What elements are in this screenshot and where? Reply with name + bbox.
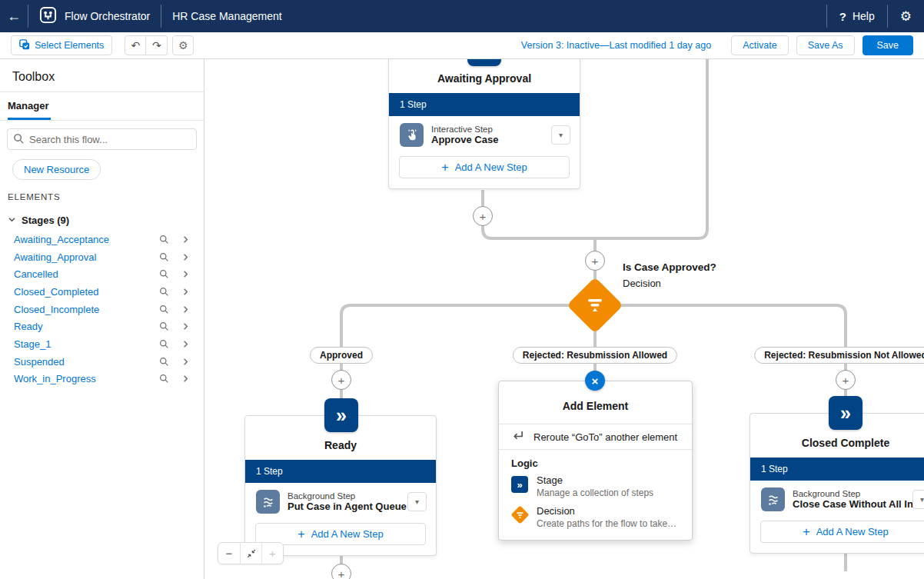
step-actions-dropdown[interactable]: ▾ bbox=[407, 492, 427, 511]
step-type-label: Interactive Step bbox=[431, 125, 543, 134]
select-elements-label: Select Elements bbox=[35, 40, 104, 51]
toolbox-sidebar: Toolbox Manager New Resource ELEMENTS St… bbox=[0, 59, 204, 579]
plus-icon: + bbox=[297, 527, 304, 541]
help-button[interactable]: ? Help bbox=[827, 0, 887, 32]
chevron-right-icon[interactable] bbox=[174, 305, 196, 314]
new-resource-button[interactable]: New Resource bbox=[12, 159, 101, 180]
add-element-connector-button[interactable]: + bbox=[331, 370, 351, 390]
stage-link[interactable]: Ready bbox=[14, 321, 153, 332]
stage-link[interactable]: Awaiting_Approval bbox=[14, 251, 153, 263]
step-row[interactable]: Background Step Close Case Without All I… bbox=[750, 481, 924, 518]
help-label: Help bbox=[853, 10, 875, 22]
find-in-canvas-icon[interactable] bbox=[153, 235, 174, 245]
search-input[interactable] bbox=[7, 128, 197, 150]
stage-card-ready[interactable]: Ready 1 Step Background Step Put Case in… bbox=[244, 415, 437, 556]
step-row[interactable]: Interactive Step Approve Case ▾ bbox=[389, 116, 580, 154]
chevron-right-icon[interactable] bbox=[174, 253, 196, 261]
stage-icon: » bbox=[467, 59, 501, 66]
reroute-goto-label: Reroute “GoTo” another element bbox=[533, 431, 677, 443]
zoom-in-button[interactable]: + bbox=[261, 543, 283, 564]
stage-link[interactable]: Cancelled bbox=[14, 268, 153, 280]
find-in-canvas-icon[interactable] bbox=[153, 269, 174, 279]
branch-label-approved: Approved bbox=[310, 347, 373, 364]
version-status-text: Version 3: Inactive—Last modified 1 day … bbox=[521, 40, 711, 51]
find-in-canvas-icon[interactable] bbox=[153, 321, 174, 331]
step-row[interactable]: Background Step Put Case in Agent Queue … bbox=[245, 483, 436, 521]
save-button[interactable]: Save bbox=[863, 35, 914, 55]
stages-section-toggle[interactable]: Stages (9) bbox=[8, 215, 204, 226]
decision-title: Is Case Approved? bbox=[623, 261, 716, 273]
chevron-down-icon bbox=[8, 215, 16, 226]
branch-label-rejected-resubmission-allowed: Rejected: Resubmission Allowed bbox=[513, 347, 677, 364]
sidebar-divider bbox=[0, 92, 204, 92]
stage-link[interactable]: Closed_Incomplete bbox=[14, 304, 153, 315]
chevron-right-icon[interactable] bbox=[174, 235, 196, 244]
back-arrow-icon[interactable]: ← bbox=[0, 0, 28, 32]
popup-item-desc: Create paths for the flow to take based … bbox=[537, 518, 679, 529]
flow-settings-gear-button[interactable]: ⚙ bbox=[172, 35, 194, 55]
stage-list-item: Suspended bbox=[0, 353, 204, 371]
fit-to-view-button[interactable] bbox=[240, 543, 261, 564]
step-name-label: Close Case Without All Info bbox=[793, 498, 905, 510]
popup-item-name: Stage bbox=[537, 474, 653, 486]
stage-list-item: Closed_Completed bbox=[0, 283, 204, 301]
stage-link[interactable]: Suspended bbox=[14, 356, 153, 368]
add-element-connector-button[interactable]: + bbox=[331, 564, 351, 579]
add-element-popup: Add Element Reroute “GoTo” another eleme… bbox=[498, 381, 693, 541]
find-in-canvas-icon[interactable] bbox=[153, 287, 174, 297]
close-add-element-icon[interactable]: × bbox=[585, 371, 605, 391]
stage-link[interactable]: Awaiting_Acceptance bbox=[14, 234, 153, 245]
stage-card-closed-complete[interactable]: Closed Complete 1 Step Background Step C… bbox=[750, 413, 924, 554]
undo-button[interactable]: ↶ bbox=[125, 35, 146, 55]
stage-list-item: Ready bbox=[0, 318, 204, 335]
find-in-canvas-icon[interactable] bbox=[153, 252, 174, 262]
add-new-step-button[interactable]: + Add A New Step bbox=[399, 156, 570, 178]
stage-icon[interactable]: » bbox=[829, 396, 863, 430]
add-element-connector-button[interactable]: + bbox=[836, 370, 856, 390]
chevron-right-icon[interactable] bbox=[174, 270, 196, 278]
zoom-out-button[interactable]: − bbox=[218, 543, 240, 564]
add-new-step-label: Add A New Step bbox=[816, 526, 889, 537]
step-actions-dropdown[interactable]: ▾ bbox=[912, 490, 924, 509]
find-in-canvas-icon[interactable] bbox=[153, 374, 174, 384]
app-title: Flow Orchestrator bbox=[65, 10, 150, 22]
top-navbar: ← Flow Orchestrator HR Case Management ?… bbox=[0, 0, 924, 32]
find-in-canvas-icon[interactable] bbox=[153, 357, 174, 367]
decision-subtitle: Decision bbox=[623, 278, 716, 289]
step-name-label: Approve Case bbox=[431, 134, 543, 145]
popup-item-stage[interactable]: » Stage Manage a collection of steps bbox=[499, 471, 692, 501]
logic-section-label: Logic bbox=[499, 450, 692, 471]
tab-manager[interactable]: Manager bbox=[8, 100, 51, 120]
select-elements-button[interactable]: Select Elements bbox=[11, 35, 112, 55]
find-in-canvas-icon[interactable] bbox=[153, 339, 174, 349]
redo-button[interactable]: ↷ bbox=[146, 35, 168, 55]
activate-button[interactable]: Activate bbox=[731, 35, 788, 55]
popup-item-decision[interactable]: Decision Create paths for the flow to ta… bbox=[499, 501, 692, 540]
sidebar-divider bbox=[0, 120, 204, 121]
add-new-step-button[interactable]: + Add A New Step bbox=[760, 521, 924, 543]
background-step-icon bbox=[256, 490, 280, 514]
settings-gear-icon[interactable]: ⚙ bbox=[888, 0, 924, 32]
stage-icon[interactable]: » bbox=[324, 398, 358, 432]
step-actions-dropdown[interactable]: ▾ bbox=[551, 125, 570, 145]
popup-item-name: Decision bbox=[537, 505, 679, 517]
popup-item-desc: Manage a collection of steps bbox=[537, 487, 653, 498]
flow-canvas[interactable]: Is Case Approved? Decision Approved Reje… bbox=[204, 59, 924, 579]
plus-icon: + bbox=[803, 525, 809, 539]
add-element-connector-button[interactable]: + bbox=[585, 251, 605, 271]
find-in-canvas-icon[interactable] bbox=[153, 304, 174, 314]
chevron-right-icon[interactable] bbox=[174, 322, 196, 331]
stage-link[interactable]: Stage_1 bbox=[14, 338, 153, 350]
add-element-connector-button[interactable]: + bbox=[473, 206, 493, 226]
stage-card-awaiting-approval[interactable]: » Awaiting Approval 1 Step Interactive S… bbox=[388, 59, 580, 189]
stage-link[interactable]: Closed_Completed bbox=[14, 286, 153, 298]
chevron-right-icon[interactable] bbox=[174, 288, 196, 296]
add-new-step-label: Add A New Step bbox=[455, 161, 527, 173]
chevron-right-icon[interactable] bbox=[174, 358, 196, 366]
chevron-right-icon[interactable] bbox=[174, 374, 196, 383]
reroute-goto-item[interactable]: Reroute “GoTo” another element bbox=[499, 424, 692, 450]
save-as-button[interactable]: Save As bbox=[796, 35, 855, 55]
background-step-icon bbox=[761, 487, 785, 511]
chevron-right-icon[interactable] bbox=[174, 340, 196, 348]
stage-link[interactable]: Work_in_Progress bbox=[14, 373, 153, 384]
